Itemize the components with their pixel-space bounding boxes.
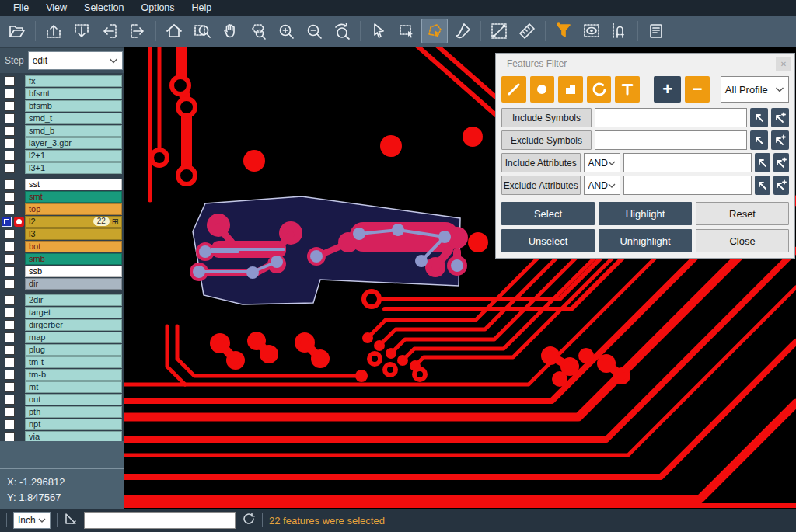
layer-row-l3+1[interactable]: l3+1: [0, 162, 124, 174]
exclude-attributes-button[interactable]: Exclude Attributes: [501, 176, 581, 195]
layer-visibility-checkbox[interactable]: [5, 370, 15, 380]
layer-row-bfsmb[interactable]: bfsmb: [0, 99, 124, 112]
layer-visibility-checkbox[interactable]: [2, 217, 12, 227]
menu-item-view[interactable]: View: [37, 0, 75, 16]
layer-name-bar[interactable]: smt: [25, 191, 122, 203]
layer-panel-button[interactable]: [643, 19, 669, 43]
menu-item-help[interactable]: Help: [183, 0, 221, 16]
layer-row-top[interactable]: top: [0, 203, 124, 215]
pick-add-attribute-button[interactable]: [773, 153, 789, 172]
pick-add-symbol-button[interactable]: [771, 130, 789, 150]
layer-visibility-checkbox[interactable]: [5, 407, 15, 417]
layer-name-bar[interactable]: smd_b: [25, 125, 122, 137]
layer-row-out[interactable]: out: [0, 393, 124, 405]
layer-visibility-checkbox[interactable]: [5, 113, 15, 123]
feature-type-arc-button[interactable]: [587, 76, 612, 103]
feature-type-text-button[interactable]: [615, 76, 640, 103]
layer-name-bar[interactable]: dir: [25, 278, 122, 290]
exclude-symbols-input[interactable]: [595, 130, 747, 150]
layer-row-smb[interactable]: smb: [0, 252, 124, 265]
open-button[interactable]: [4, 19, 30, 43]
layer-visibility-checkbox[interactable]: [5, 320, 15, 330]
profile-select[interactable]: All Profile: [721, 76, 789, 103]
layer-name-bar[interactable]: layer_3.gbr: [25, 137, 122, 149]
layer-row-tm-b[interactable]: tm-b: [0, 368, 124, 381]
layer-row-smd_b[interactable]: smd_b: [0, 124, 124, 137]
layer-name-bar[interactable]: top: [25, 203, 122, 215]
feature-type-pad-button[interactable]: [530, 76, 555, 103]
layer-row-layer_3.gbr[interactable]: layer_3.gbr: [0, 137, 124, 149]
layer-name-bar[interactable]: tm-b: [25, 369, 122, 381]
layer-row-tm-t[interactable]: tm-t: [0, 356, 124, 368]
layer-visibility-checkbox[interactable]: [5, 382, 15, 392]
layer-row-ssb[interactable]: ssb: [0, 265, 124, 277]
layer-row-pth[interactable]: pth: [0, 405, 124, 418]
layer-visibility-checkbox[interactable]: [5, 126, 15, 136]
move-right-button[interactable]: [124, 19, 151, 43]
layer-visibility-checkbox[interactable]: [5, 345, 15, 355]
layer-row-smt[interactable]: smt: [0, 190, 124, 203]
pick-attribute-button[interactable]: [755, 176, 770, 195]
layer-visibility-checkbox[interactable]: [5, 395, 15, 405]
close-button[interactable]: Close: [696, 229, 789, 252]
exclude-attributes-input[interactable]: [623, 176, 752, 195]
layer-visibility-checkbox[interactable]: [5, 101, 15, 111]
layer-row-mt[interactable]: mt: [0, 381, 124, 393]
layer-visibility-checkbox[interactable]: [5, 163, 15, 173]
measure-button[interactable]: [486, 19, 512, 43]
layer-name-bar[interactable]: ssb: [25, 266, 122, 277]
step-select[interactable]: edit: [28, 51, 123, 70]
menu-item-file[interactable]: File: [5, 0, 37, 16]
layer-row-map[interactable]: map: [0, 331, 124, 343]
pan-button[interactable]: [217, 19, 243, 43]
layer-name-bar[interactable]: dirgerber: [25, 319, 122, 331]
ruler-button[interactable]: [514, 19, 540, 43]
pick-add-symbol-button[interactable]: [771, 108, 789, 127]
include-attributes-button[interactable]: Include Attributes: [501, 153, 581, 172]
layer-visibility-checkbox[interactable]: [5, 279, 15, 289]
pick-attribute-button[interactable]: [755, 153, 770, 172]
select-rectangle-button[interactable]: [393, 19, 420, 43]
layer-row-smd_t[interactable]: smd_t: [0, 112, 124, 124]
layer-name-bar[interactable]: out: [25, 394, 122, 405]
move-left-button[interactable]: [96, 19, 123, 43]
select-button[interactable]: Select: [501, 202, 595, 225]
add-filter-button[interactable]: +: [654, 76, 681, 103]
layer-visibility-checkbox[interactable]: [5, 332, 15, 342]
layer-name-bar[interactable]: tm-t: [25, 356, 122, 368]
layer-name-bar[interactable]: l222⊞: [25, 216, 122, 228]
include-attributes-operator-select[interactable]: AND: [584, 153, 620, 172]
layer-visibility-checkbox[interactable]: [5, 357, 15, 367]
feature-type-line-button[interactable]: [501, 76, 526, 103]
layer-row-bot[interactable]: bot: [0, 240, 124, 252]
layer-name-bar[interactable]: smb: [25, 253, 122, 265]
layer-name-bar[interactable]: sst: [25, 179, 122, 190]
layer-row-dir[interactable]: dir: [0, 277, 124, 290]
layer-name-bar[interactable]: target: [25, 307, 122, 318]
layer-name-bar[interactable]: mt: [25, 381, 122, 393]
layer-name-bar[interactable]: l3: [25, 228, 122, 240]
layer-visibility-checkbox[interactable]: [5, 295, 15, 305]
dialog-close-button[interactable]: ✕: [776, 57, 791, 71]
feature-type-surface-button[interactable]: [558, 76, 583, 103]
layer-visibility-checkbox[interactable]: [5, 242, 15, 252]
layer-row-l3[interactable]: l3: [0, 228, 124, 240]
layer-name-bar[interactable]: map: [25, 332, 122, 343]
layer-visibility-checkbox[interactable]: [5, 192, 15, 202]
menu-item-selection[interactable]: Selection: [75, 0, 132, 16]
layer-visibility-checkbox[interactable]: [5, 179, 15, 190]
unselect-button[interactable]: Unselect: [501, 229, 595, 252]
pick-symbol-button[interactable]: [750, 108, 768, 127]
layer-row-bfsmt[interactable]: bfsmt: [0, 87, 124, 99]
move-down-button[interactable]: [68, 19, 95, 43]
snap-button[interactable]: [606, 19, 633, 43]
include-symbols-input[interactable]: [595, 108, 747, 127]
layer-row-dirgerber[interactable]: dirgerber: [0, 318, 124, 331]
layer-row-l2[interactable]: l222⊞: [0, 215, 124, 228]
layer-name-bar[interactable]: bfsmb: [25, 100, 122, 112]
layer-name-bar[interactable]: l2+1: [25, 150, 122, 162]
zoom-window-button[interactable]: [189, 19, 215, 43]
layer-visibility-checkbox[interactable]: [5, 432, 15, 442]
zoom-in-button[interactable]: [273, 19, 299, 43]
layer-name-bar[interactable]: l3+1: [25, 162, 122, 174]
